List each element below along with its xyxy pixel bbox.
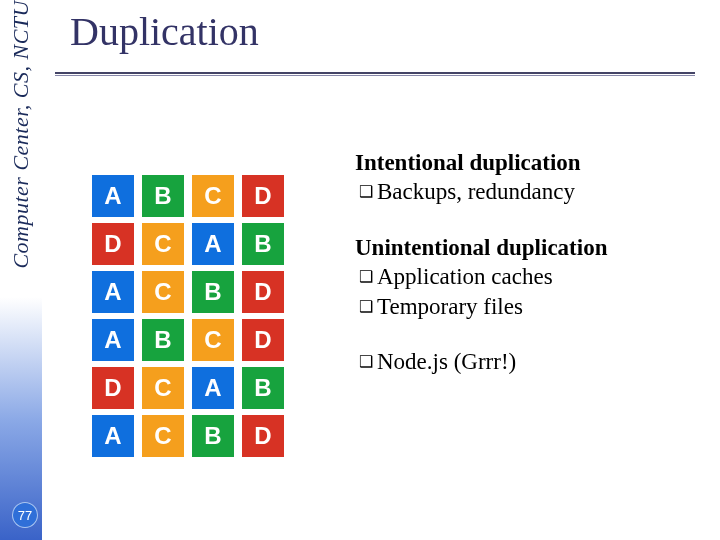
grid-cell: B — [142, 319, 184, 361]
bullet-icon: ❑ — [359, 183, 373, 200]
list-item: ❑Backups, redundancy — [355, 177, 695, 206]
grid-cell: B — [142, 175, 184, 217]
list-item-text: Temporary files — [377, 294, 523, 319]
grid-cell: B — [192, 415, 234, 457]
bullet-icon: ❑ — [359, 353, 373, 370]
grid-cell: C — [192, 175, 234, 217]
bullet-icon: ❑ — [359, 298, 373, 315]
grid-cell: C — [192, 319, 234, 361]
grid-cell: C — [142, 271, 184, 313]
grid-cell: B — [242, 367, 284, 409]
list-item: ❑Node.js (Grrr!) — [355, 347, 695, 376]
slide-title: Duplication — [70, 8, 259, 55]
grid-cell: C — [142, 367, 184, 409]
list-item-text: Node.js (Grrr!) — [377, 349, 516, 374]
grid-cell: A — [92, 415, 134, 457]
grid-cell: A — [92, 271, 134, 313]
section-heading: Intentional duplication — [355, 148, 695, 177]
grid-cell: D — [92, 367, 134, 409]
grid-cell: D — [242, 175, 284, 217]
page-number-badge: 77 — [12, 502, 38, 528]
grid-cell: D — [242, 319, 284, 361]
color-grid: A B C D D C A B A C B D A B C D D C A B … — [92, 175, 284, 457]
slide: Computer Center, CS, NCTU Duplication A … — [0, 0, 720, 540]
grid-cell: C — [142, 415, 184, 457]
grid-cell: A — [192, 367, 234, 409]
content-area: Intentional duplication ❑Backups, redund… — [355, 148, 695, 403]
sidebar-label: Computer Center, CS, NCTU — [8, 0, 34, 273]
list-item: ❑Temporary files — [355, 292, 695, 321]
grid-cell: D — [242, 271, 284, 313]
list-item-text: Application caches — [377, 264, 553, 289]
grid-cell: D — [242, 415, 284, 457]
title-underline — [55, 72, 695, 76]
bullet-icon: ❑ — [359, 268, 373, 285]
section-unintentional: Unintentional duplication ❑Application c… — [355, 233, 695, 321]
sidebar: Computer Center, CS, NCTU — [0, 0, 42, 540]
grid-cell: A — [92, 175, 134, 217]
list-item-text: Backups, redundancy — [377, 179, 575, 204]
section-heading: Unintentional duplication — [355, 233, 695, 262]
section-extra: ❑Node.js (Grrr!) — [355, 347, 695, 376]
list-item: ❑Application caches — [355, 262, 695, 291]
grid-cell: B — [192, 271, 234, 313]
grid-cell: B — [242, 223, 284, 265]
grid-cell: A — [192, 223, 234, 265]
grid-cell: A — [92, 319, 134, 361]
grid-cell: D — [92, 223, 134, 265]
grid-cell: C — [142, 223, 184, 265]
section-intentional: Intentional duplication ❑Backups, redund… — [355, 148, 695, 207]
